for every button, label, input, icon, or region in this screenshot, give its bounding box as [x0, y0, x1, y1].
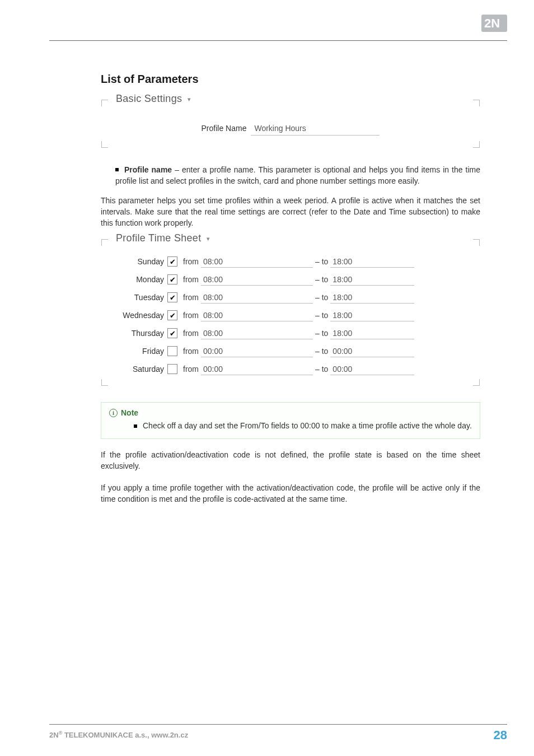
day-enable-checkbox[interactable]	[167, 346, 177, 356]
from-label: from	[181, 293, 201, 302]
logo-2n-icon: 2N	[481, 15, 507, 32]
day-enable-checkbox[interactable]	[167, 274, 177, 284]
to-input[interactable]	[330, 345, 414, 357]
day-enable-checkbox[interactable]	[167, 256, 177, 267]
to-input[interactable]	[330, 291, 414, 304]
basic-settings-legend[interactable]: Basic Settings ▾	[113, 93, 194, 105]
time-sheet-legend[interactable]: Profile Time Sheet ▾	[113, 232, 213, 244]
from-input[interactable]	[201, 273, 313, 286]
legend-label: Basic Settings	[116, 93, 182, 104]
footer-rule	[49, 724, 507, 725]
day-enable-checkbox[interactable]	[167, 310, 177, 320]
profile-name-label: Profile Name	[202, 124, 247, 133]
time-sheet-row: Tuesdayfrom– to	[111, 288, 470, 306]
from-input[interactable]	[201, 363, 313, 375]
time-sheet-fieldset: Profile Time Sheet ▾ Sundayfrom– toMonda…	[101, 239, 480, 386]
from-label: from	[181, 329, 201, 338]
header-rule	[49, 40, 507, 41]
footer-company: TELEKOMUNIKACE a.s., www.2n.cz	[62, 731, 188, 739]
to-label: – to	[313, 275, 330, 284]
day-label: Saturday	[111, 365, 167, 374]
time-sheet-row: Fridayfrom– to	[111, 342, 470, 360]
note-title: Note	[121, 408, 138, 417]
info-icon: i	[109, 409, 118, 417]
time-sheet-row: Sundayfrom– to	[111, 253, 470, 270]
chevron-down-icon: ▾	[188, 96, 191, 102]
from-label: from	[181, 275, 201, 284]
day-label: Friday	[111, 347, 167, 356]
to-input[interactable]	[330, 273, 414, 286]
from-input[interactable]	[201, 291, 313, 304]
from-input[interactable]	[201, 327, 313, 339]
note-item: Check off a day and set the From/To fiel…	[134, 421, 472, 432]
profile-name-row: Profile Name	[111, 121, 470, 136]
to-input[interactable]	[330, 309, 414, 321]
from-label: from	[181, 347, 201, 356]
day-enable-checkbox[interactable]	[167, 364, 177, 374]
closing-para-2: If you apply a time profile together wit…	[101, 482, 480, 505]
desc-term: Profile name	[124, 165, 172, 174]
time-sheet-row: Mondayfrom– to	[111, 270, 470, 288]
to-input[interactable]	[330, 255, 414, 268]
time-sheet-row: Thursdayfrom– to	[111, 324, 470, 342]
note-head: i Note	[109, 408, 472, 417]
page-number: 28	[494, 728, 507, 743]
to-label: – to	[313, 293, 330, 302]
to-label: – to	[313, 329, 330, 338]
day-label: Wednesday	[111, 311, 167, 320]
intro-para: This parameter helps you set time profil…	[101, 195, 480, 229]
time-sheet-row: Saturdayfrom– to	[111, 360, 470, 378]
day-label: Thursday	[111, 329, 167, 338]
bullet-icon	[134, 424, 137, 428]
logo-2n: 2N	[481, 15, 507, 32]
time-sheet-row: Wednesdayfrom– to	[111, 306, 470, 324]
to-input[interactable]	[330, 363, 414, 375]
bullet-icon	[115, 168, 119, 171]
note-box: i Note Check off a day and set the From/…	[101, 402, 480, 439]
from-label: from	[181, 257, 201, 266]
footer-left: 2N® TELEKOMUNIKACE a.s., www.2n.cz	[49, 730, 188, 739]
day-label: Tuesday	[111, 293, 167, 302]
from-label: from	[181, 311, 201, 320]
page-content: List of Parameters Basic Settings ▾ Prof…	[101, 73, 480, 515]
day-label: Sunday	[111, 257, 167, 266]
to-input[interactable]	[330, 327, 414, 339]
from-input[interactable]	[201, 255, 313, 268]
to-label: – to	[313, 257, 330, 266]
profile-name-input[interactable]	[251, 121, 380, 136]
to-label: – to	[313, 347, 330, 356]
from-input[interactable]	[201, 345, 313, 357]
closing-para-1: If the profile activation/deactivation c…	[101, 449, 480, 472]
day-label: Monday	[111, 275, 167, 284]
day-enable-checkbox[interactable]	[167, 292, 177, 302]
footer-brand: 2N	[49, 731, 59, 739]
chevron-down-icon: ▾	[207, 235, 210, 242]
from-input[interactable]	[201, 309, 313, 321]
note-text: Check off a day and set the From/To fiel…	[143, 421, 472, 430]
profile-name-desc: Profile name – enter a profile name. Thi…	[115, 164, 480, 187]
to-label: – to	[313, 311, 330, 320]
from-label: from	[181, 365, 201, 374]
legend-label: Profile Time Sheet	[116, 232, 201, 244]
page-heading: List of Parameters	[101, 73, 480, 86]
svg-text:2N: 2N	[484, 16, 500, 30]
basic-settings-fieldset: Basic Settings ▾ Profile Name	[101, 99, 480, 148]
day-enable-checkbox[interactable]	[167, 328, 177, 338]
to-label: – to	[313, 365, 330, 374]
